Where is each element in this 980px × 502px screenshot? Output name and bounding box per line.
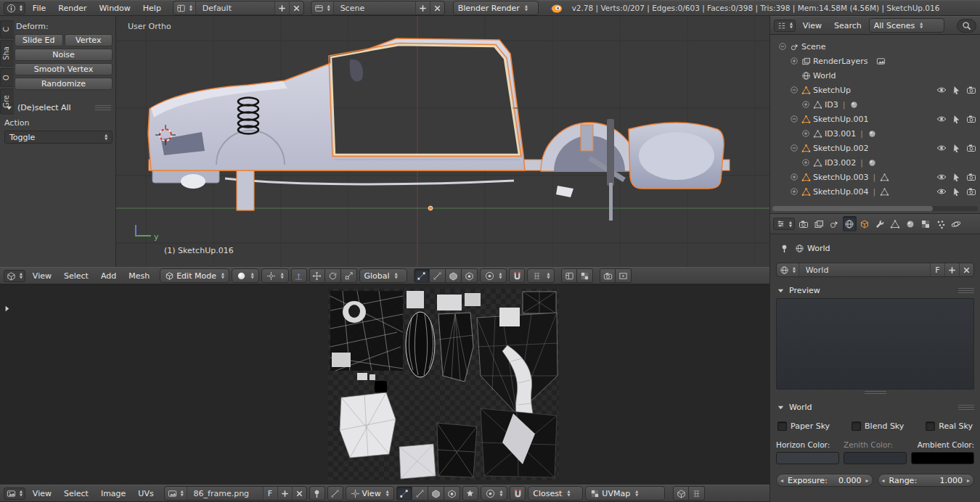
toolshelf-expand-arrow[interactable] xyxy=(2,304,12,313)
pivot-align-toggle[interactable] xyxy=(291,268,307,283)
outliner-scrollbar[interactable] xyxy=(772,206,978,211)
deselect-all-panel-header[interactable]: (De)select All xyxy=(3,100,113,115)
face-select-button[interactable] xyxy=(446,268,462,283)
uv-image-editor[interactable] xyxy=(0,284,769,485)
uv-sticky-select-button[interactable] xyxy=(462,486,478,501)
unlink-image-button[interactable] xyxy=(292,487,306,500)
menu-file[interactable]: File xyxy=(28,2,51,15)
slider-right-arrow-icon[interactable]: ▸ xyxy=(865,477,868,484)
menu-uvs[interactable]: UVs xyxy=(133,487,158,500)
image-name[interactable]: 86_frame.png xyxy=(187,487,263,500)
uv-vertex-select-button[interactable] xyxy=(396,486,412,501)
snap-project-button[interactable] xyxy=(577,268,593,283)
selectability-pointer-icon[interactable] xyxy=(952,173,961,182)
scale-manipulator-button[interactable] xyxy=(341,268,357,283)
editor-type-image-button[interactable] xyxy=(4,487,25,500)
zenith-color-swatch[interactable] xyxy=(844,452,907,464)
menu-window[interactable]: Window xyxy=(94,2,135,15)
uv-island-select-button[interactable] xyxy=(444,486,460,501)
uv-pivot-selector[interactable]: View xyxy=(346,486,394,501)
properties-tab-render[interactable] xyxy=(797,216,811,231)
properties-tab-render-layers[interactable] xyxy=(812,216,826,231)
tool-shelf-tab-sha[interactable]: Sha xyxy=(0,40,14,67)
uv-edge-select-button[interactable] xyxy=(412,486,428,501)
menu-help[interactable]: Help xyxy=(138,2,166,15)
new-image-button[interactable] xyxy=(277,487,292,500)
outliner-row[interactable]: ID3.001| xyxy=(770,126,980,141)
pin-context-button[interactable] xyxy=(776,241,792,255)
visibility-eye-icon[interactable] xyxy=(936,172,947,182)
slider-right-arrow-icon[interactable]: ▸ xyxy=(967,477,970,484)
scene-browse-button[interactable] xyxy=(311,1,334,15)
image-pin-button[interactable] xyxy=(309,486,325,501)
outliner-item-label[interactable]: World xyxy=(813,71,836,81)
scrollbar-thumb[interactable] xyxy=(772,206,933,211)
uv-sync-select-button[interactable] xyxy=(327,486,343,501)
expand-plus-icon[interactable] xyxy=(788,187,799,196)
renderability-camera-icon[interactable] xyxy=(966,85,976,95)
outliner-filter-selector[interactable]: All Scenes xyxy=(869,18,944,33)
expand-plus-icon[interactable] xyxy=(800,129,811,138)
world-fake-user-button[interactable]: F xyxy=(930,263,944,276)
transform-orientation-selector[interactable]: Global xyxy=(359,268,407,283)
real-sky-checkbox[interactable]: Real Sky xyxy=(926,421,973,431)
expand-minus-icon[interactable] xyxy=(777,42,788,51)
noise-button[interactable]: Noise xyxy=(15,49,113,61)
exposure-slider[interactable]: ◂ Exposure: 0.000 ▸ xyxy=(776,474,873,487)
menu-select[interactable]: Select xyxy=(59,270,94,282)
snap-peel-button[interactable] xyxy=(561,268,577,283)
editor-type-properties-button[interactable] xyxy=(773,218,795,230)
render-engine-selector[interactable]: Blender Render xyxy=(453,1,539,15)
outliner-item-label[interactable]: SketchUp.004 xyxy=(813,187,869,197)
properties-tab-object[interactable] xyxy=(858,216,872,231)
editor-type-outliner-button[interactable] xyxy=(774,20,796,32)
fake-user-button[interactable]: F xyxy=(263,487,277,500)
slide-vertex-button[interactable]: Vertex xyxy=(65,34,113,46)
renderability-camera-icon[interactable] xyxy=(966,114,976,124)
properties-tab-scene[interactable] xyxy=(828,216,841,231)
mode-selector[interactable]: Edit Mode xyxy=(160,268,229,283)
expand-minus-icon[interactable] xyxy=(788,115,799,123)
visibility-eye-icon[interactable] xyxy=(936,143,947,153)
editor-type-info-button[interactable] xyxy=(4,2,25,15)
menu-view[interactable]: View xyxy=(28,270,57,282)
edge-select-button[interactable] xyxy=(430,268,446,283)
snap-element-selector[interactable] xyxy=(527,268,555,283)
expand-minus-icon[interactable] xyxy=(788,144,799,152)
expand-plus-icon[interactable] xyxy=(788,173,799,181)
properties-tab-material[interactable] xyxy=(904,216,918,231)
rotate-manipulator-button[interactable] xyxy=(325,268,341,283)
limit-to-visible-button[interactable] xyxy=(462,268,478,283)
properties-tab-modifiers[interactable] xyxy=(873,216,887,231)
menu-select[interactable]: Select xyxy=(59,487,94,500)
uv-snap-target-selector[interactable]: Closest xyxy=(528,486,583,501)
visibility-eye-icon[interactable] xyxy=(936,186,947,197)
outliner-item-label[interactable]: RenderLayers xyxy=(813,57,868,66)
viewport-3d[interactable]: y User Ortho (1) SketchUp.016 xyxy=(116,16,769,267)
scene-name[interactable]: Scene xyxy=(334,1,415,15)
outliner-row[interactable]: ID3| xyxy=(770,97,980,112)
outliner-search-button[interactable] xyxy=(957,19,976,33)
slider-left-arrow-icon[interactable]: ◂ xyxy=(882,477,885,484)
vertex-select-button[interactable] xyxy=(414,268,430,283)
menu-render[interactable]: Render xyxy=(53,2,91,15)
unlink-world-button[interactable] xyxy=(959,263,973,276)
randomize-button[interactable]: Randomize xyxy=(15,78,113,90)
uv-face-select-button[interactable] xyxy=(428,486,444,501)
layout-browse-button[interactable] xyxy=(173,1,196,15)
panel-resize-grip[interactable] xyxy=(865,391,886,395)
ambient-color-swatch[interactable] xyxy=(911,452,974,464)
expand-minus-icon[interactable] xyxy=(788,86,799,94)
outliner-item-label[interactable]: ID3.001 xyxy=(825,129,856,139)
uv-draw-other-objects-button[interactable] xyxy=(673,486,689,501)
selectability-pointer-icon[interactable] xyxy=(952,115,961,124)
outliner-row[interactable]: SketchUp.003| xyxy=(770,170,980,184)
snap-toggle-button[interactable] xyxy=(509,268,525,283)
deselect-action-dropdown[interactable]: Toggle xyxy=(4,131,113,144)
image-browse-button[interactable] xyxy=(165,487,187,500)
uvmap-selector[interactable]: UVMap xyxy=(585,486,665,501)
outliner-item-label[interactable]: SketchUp xyxy=(813,86,851,95)
slide-edge-button[interactable]: Slide Ed xyxy=(15,34,63,46)
outliner-row[interactable]: SketchUp.002 xyxy=(770,141,980,155)
panel-drag-grip[interactable] xyxy=(95,105,111,110)
